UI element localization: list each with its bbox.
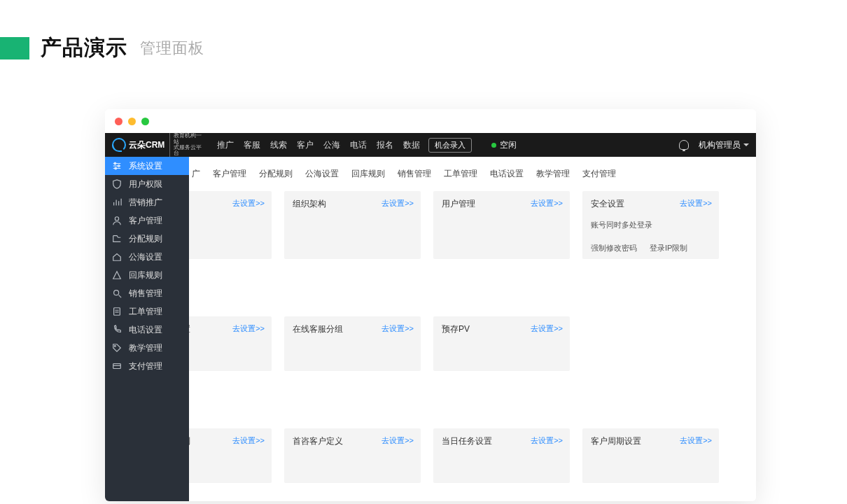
go-settings-link[interactable]: 去设置>> bbox=[382, 198, 414, 209]
go-settings-link[interactable]: 去设置>> bbox=[531, 435, 563, 446]
sidebar-item-label: 工单管理 bbox=[129, 306, 162, 318]
tab-item[interactable]: 支付管理 bbox=[576, 165, 622, 183]
logo-text: 云朵CRM bbox=[129, 139, 164, 151]
nav-item[interactable]: 电话 bbox=[350, 139, 367, 151]
sidebar-item[interactable]: 回库规则 bbox=[105, 266, 189, 284]
sidebar-item[interactable]: 分配规则 bbox=[105, 230, 189, 248]
sidebar-item[interactable]: 电话设置 bbox=[105, 321, 189, 339]
card-sub-item[interactable]: 账号同时多处登录 bbox=[591, 220, 652, 230]
go-settings-link[interactable]: 去设置>> bbox=[232, 435, 265, 446]
sidebar-item[interactable]: 工单管理 bbox=[105, 302, 189, 321]
logo[interactable]: 云朵CRM 教育机构一站式服务云平台 bbox=[112, 133, 206, 157]
sidebar: 系统设置用户权限营销推广客户管理分配规则公海设置回库规则销售管理工单管理电话设置… bbox=[105, 157, 189, 501]
sidebar-item[interactable]: 用户权限 bbox=[105, 175, 189, 193]
bars-icon bbox=[112, 197, 122, 207]
sidebar-item-label: 分配规则 bbox=[129, 233, 162, 245]
settings-card: 安全设置去设置>>账号同时多处登录强制修改密码登录IP限制 bbox=[582, 191, 719, 259]
opportunity-entry-button[interactable]: 机会录入 bbox=[428, 138, 472, 153]
tag-icon bbox=[112, 343, 122, 353]
settings-card: 置去设置>> bbox=[189, 316, 272, 371]
window-controls bbox=[105, 109, 756, 133]
go-settings-link[interactable]: 去设置>> bbox=[531, 323, 563, 334]
minimize-icon[interactable] bbox=[128, 118, 136, 125]
tab-strip: 广客户管理分配规则公海设置回库规则销售管理工单管理电话设置教学管理支付管理 bbox=[189, 157, 756, 191]
go-settings-link[interactable]: 去设置>> bbox=[680, 198, 712, 209]
go-settings-link[interactable]: 去设置>> bbox=[680, 435, 712, 446]
sidebar-item[interactable]: 支付管理 bbox=[105, 357, 189, 375]
maximize-icon[interactable] bbox=[141, 118, 149, 125]
page-title: 产品演示 bbox=[41, 34, 127, 62]
svg-point-4 bbox=[114, 290, 119, 295]
cards-wrap: 去设置>>组织架构去设置>>用户管理去设置>>安全设置去设置>>账号同时多处登录… bbox=[189, 191, 756, 483]
page-subtitle: 管理面板 bbox=[140, 38, 204, 59]
sidebar-item-label: 公海设置 bbox=[129, 251, 162, 263]
house-icon bbox=[112, 252, 122, 262]
svg-point-6 bbox=[115, 346, 116, 347]
sidebar-item-label: 电话设置 bbox=[129, 324, 162, 336]
user-name: 机构管理员 bbox=[699, 139, 741, 151]
sidebar-item[interactable]: 销售管理 bbox=[105, 284, 189, 302]
tab-item[interactable]: 工单管理 bbox=[438, 165, 484, 183]
top-nav: 推广 客服 线索 客户 公海 电话 报名 数据 bbox=[217, 139, 420, 151]
phone-icon bbox=[112, 325, 122, 335]
search-icon bbox=[112, 288, 122, 298]
sidebar-item[interactable]: 公海设置 bbox=[105, 248, 189, 266]
main-content: 广客户管理分配规则公海设置回库规则销售管理工单管理电话设置教学管理支付管理 去设… bbox=[189, 157, 756, 501]
svg-rect-7 bbox=[113, 364, 121, 369]
tab-item[interactable]: 客户管理 bbox=[206, 165, 253, 183]
card-sub-item[interactable]: 登录IP限制 bbox=[650, 243, 687, 253]
go-settings-link[interactable]: 去设置>> bbox=[232, 198, 265, 209]
sidebar-item[interactable]: 客户管理 bbox=[105, 211, 189, 230]
cloud-icon bbox=[112, 138, 126, 152]
nav-item[interactable]: 报名 bbox=[377, 139, 393, 151]
status-dot-icon bbox=[491, 143, 496, 148]
logo-tagline: 教育机构一站式服务云平台 bbox=[169, 133, 206, 157]
tab-item[interactable]: 广 bbox=[190, 165, 206, 183]
go-settings-link[interactable]: 去设置>> bbox=[382, 435, 414, 446]
sliders-icon bbox=[112, 161, 122, 171]
nav-item[interactable]: 线索 bbox=[270, 139, 287, 151]
close-icon[interactable] bbox=[115, 118, 122, 125]
sidebar-item[interactable]: 营销推广 bbox=[105, 193, 189, 211]
settings-card: 首咨客户定义去设置>> bbox=[284, 428, 421, 483]
chevron-down-icon bbox=[743, 144, 749, 146]
sidebar-item-label: 回库规则 bbox=[129, 270, 162, 281]
go-settings-link[interactable]: 去设置>> bbox=[382, 323, 414, 334]
settings-card: 用户管理去设置>> bbox=[433, 191, 570, 259]
status-indicator[interactable]: 空闲 bbox=[491, 139, 517, 151]
sidebar-item[interactable]: 教学管理 bbox=[105, 339, 189, 357]
sidebar-item-label: 销售管理 bbox=[129, 288, 162, 300]
nav-item[interactable]: 客户 bbox=[297, 139, 314, 151]
settings-card: 预存PV去设置>> bbox=[433, 316, 570, 371]
bell-icon[interactable] bbox=[679, 140, 689, 150]
go-settings-link[interactable]: 去设置>> bbox=[531, 198, 563, 209]
accent-bar bbox=[0, 37, 29, 59]
nav-item[interactable]: 公海 bbox=[323, 139, 340, 151]
card-sub-list: 账号同时多处登录强制修改密码登录IP限制 bbox=[591, 220, 710, 253]
doc-icon bbox=[112, 307, 122, 316]
sidebar-item[interactable]: 系统设置 bbox=[105, 157, 189, 175]
svg-point-3 bbox=[115, 217, 118, 220]
sidebar-item-label: 用户权限 bbox=[129, 178, 162, 190]
settings-card: 客户周期设置去设置>> bbox=[582, 428, 719, 483]
tab-item[interactable]: 公海设置 bbox=[299, 165, 345, 183]
tab-item[interactable]: 教学管理 bbox=[530, 165, 576, 183]
flow-icon bbox=[112, 234, 122, 244]
sidebar-item-label: 客户管理 bbox=[129, 215, 162, 227]
sidebar-item-label: 营销推广 bbox=[129, 197, 162, 209]
tab-item[interactable]: 回库规则 bbox=[345, 165, 391, 183]
nav-item[interactable]: 客服 bbox=[244, 139, 260, 151]
user-menu[interactable]: 机构管理员 bbox=[699, 139, 749, 151]
go-settings-link[interactable]: 去设置>> bbox=[232, 323, 265, 334]
topbar: 云朵CRM 教育机构一站式服务云平台 推广 客服 线索 客户 公海 电话 报名 … bbox=[105, 133, 756, 157]
nav-item[interactable]: 数据 bbox=[403, 139, 420, 151]
nav-item[interactable]: 推广 bbox=[217, 139, 234, 151]
tab-item[interactable]: 电话设置 bbox=[484, 165, 530, 183]
tab-item[interactable]: 销售管理 bbox=[391, 165, 438, 183]
settings-card: 组织架构去设置>> bbox=[284, 191, 421, 259]
card-icon bbox=[112, 361, 122, 371]
svg-rect-5 bbox=[114, 308, 120, 316]
tab-item[interactable]: 分配规则 bbox=[253, 165, 299, 183]
triangle-icon bbox=[112, 270, 122, 280]
card-sub-item[interactable]: 强制修改密码 bbox=[591, 243, 637, 253]
